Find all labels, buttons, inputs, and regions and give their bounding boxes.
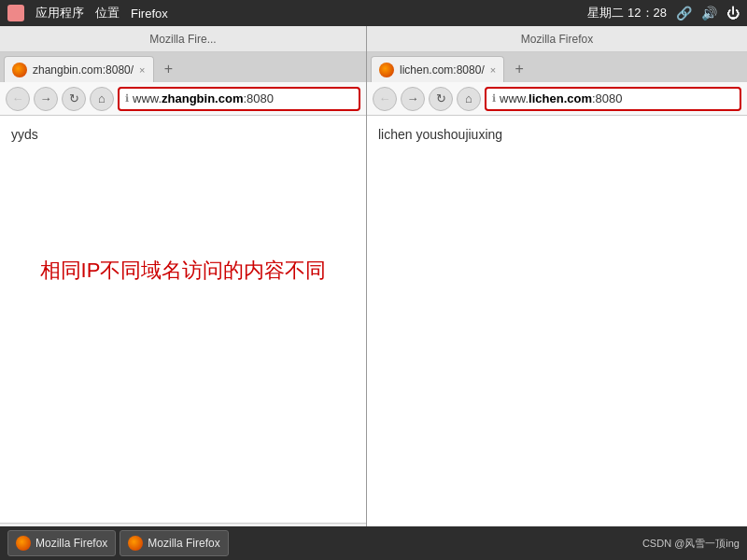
right-page-text: lichen youshoujiuxing [378,127,736,142]
left-titlebar: Mozilla Fire... [0,26,366,52]
main-area: Mozilla Fire... zhangbin.com:8080/ × + ←… [0,26,747,560]
left-url-lock-icon: ℹ [125,92,129,105]
right-tab-icon [379,63,394,77]
left-page-content: yyds 相同IP不同域名访问的内容不同 [0,116,366,523]
network-icon: 🔗 [676,6,692,21]
left-tab-new[interactable]: + [156,56,182,82]
left-tab-bar: zhangbin.com:8080/ × + [0,52,366,82]
left-url-text: www.zhangbin.com:8080 [133,91,353,105]
right-title: Mozilla Firefox [521,33,593,46]
left-title: Mozilla Fire... [149,33,216,46]
taskbar-label-2: Mozilla Firefox [148,537,219,550]
right-url-lock-icon: ℹ [492,92,496,105]
right-titlebar: Mozilla Firefox [367,26,747,52]
system-bar-left: 应用程序 位置 Firefox [7,5,168,21]
taskbar-ff-icon-1 [16,536,31,551]
left-tab-icon [12,63,27,77]
right-tab[interactable]: lichen.com:8080/ × [371,56,504,82]
taskbar: Mozilla Firefox Mozilla Firefox CSDN @风雪… [0,526,747,560]
taskbar-item-2[interactable]: Mozilla Firefox [120,530,228,556]
left-tab[interactable]: zhangbin.com:8080/ × [4,56,154,82]
position-menu[interactable]: 位置 [95,5,120,21]
right-url-domain: lichen.com [529,91,592,105]
right-tab-label: lichen.com:8080/ [400,63,485,77]
taskbar-label-1: Mozilla Firefox [35,537,107,550]
left-reload-btn[interactable]: ↻ [62,87,86,111]
left-home-btn[interactable]: ⌂ [90,87,114,111]
left-url-bar[interactable]: ℹ www.zhangbin.com:8080 [118,87,360,111]
right-home-btn[interactable]: ⌂ [457,87,481,111]
right-back-btn[interactable]: ← [373,87,397,111]
right-url-bar[interactable]: ℹ www.lichen.com:8080 [485,87,741,111]
right-url-text: www.lichen.com:8080 [500,91,734,105]
left-tab-label: zhangbin.com:8080/ [33,63,134,77]
browser-left: Mozilla Fire... zhangbin.com:8080/ × + ←… [0,26,367,560]
taskbar-ff-icon-2 [128,536,143,551]
right-page-content: lichen youshoujiuxing [367,116,747,560]
left-back-btn[interactable]: ← [6,87,30,111]
right-tab-new[interactable]: + [506,56,532,82]
taskbar-right-text: CSDN @风雪一顶ing [642,537,740,551]
browser-menu[interactable]: Firefox [131,7,168,21]
system-bar: 应用程序 位置 Firefox 星期二 12：28 🔗 🔊 ⏻ [0,0,747,26]
left-page-text: yyds [11,127,355,142]
left-forward-btn[interactable]: → [34,87,58,111]
center-annotation: 相同IP不同域名访问的内容不同 [40,257,327,285]
taskbar-item-1[interactable]: Mozilla Firefox [7,530,116,556]
left-tab-close[interactable]: × [139,64,145,76]
volume-icon: 🔊 [701,6,717,21]
left-url-domain: zhangbin.com [162,91,243,105]
browser-right: Mozilla Firefox lichen.com:8080/ × + ← →… [367,26,747,560]
right-forward-btn[interactable]: → [401,87,425,111]
right-tab-close[interactable]: × [490,64,496,76]
right-reload-btn[interactable]: ↻ [429,87,453,111]
app-icon [7,5,24,21]
clock: 星期二 12：28 [587,5,667,21]
system-bar-right: 星期二 12：28 🔗 🔊 ⏻ [587,5,740,21]
power-icon: ⏻ [726,6,740,21]
right-tab-bar: lichen.com:8080/ × + [367,52,747,82]
app-menu[interactable]: 应用程序 [35,5,84,21]
right-nav-bar: ← → ↻ ⌂ ℹ www.lichen.com:8080 [367,82,747,116]
left-nav-bar: ← → ↻ ⌂ ℹ www.zhangbin.com:8080 [0,82,366,116]
